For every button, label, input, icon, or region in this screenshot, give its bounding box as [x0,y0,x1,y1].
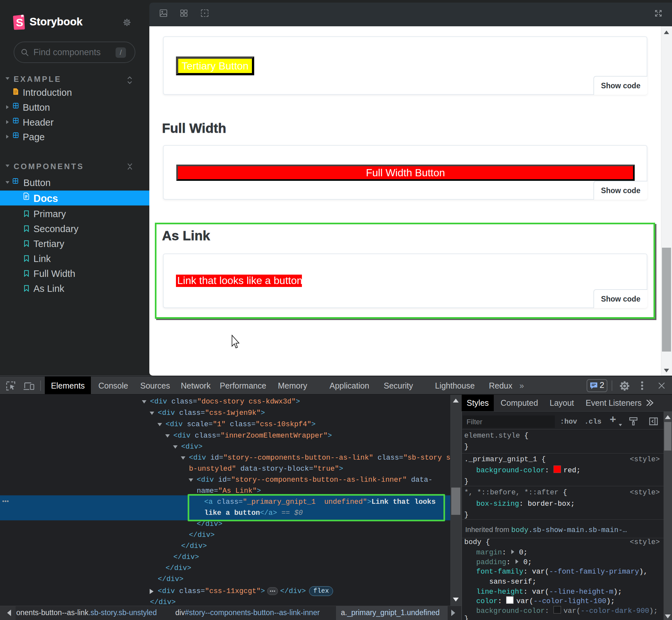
svg-text:S: S [16,16,23,29]
